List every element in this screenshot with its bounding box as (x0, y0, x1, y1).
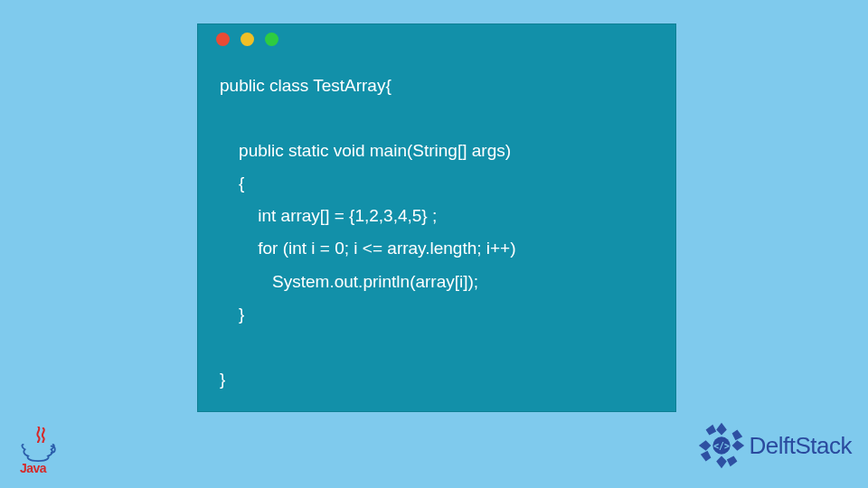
java-steam-icon (32, 427, 52, 443)
delftstack-logo-text: DelftStack (750, 432, 853, 460)
java-cup-icon (20, 443, 58, 463)
java-logo: Java (20, 427, 63, 475)
java-logo-text: Java (20, 461, 63, 475)
maximize-icon (265, 33, 278, 46)
delftstack-logo: </> DelftStack (695, 419, 853, 472)
delftstack-badge-icon: </> (695, 419, 748, 472)
code-window: public class TestArray{ public static vo… (197, 23, 676, 412)
code-block: public class TestArray{ public static vo… (198, 53, 675, 396)
close-icon (216, 33, 230, 46)
window-titlebar (198, 24, 675, 53)
minimize-icon (241, 33, 254, 46)
svg-text:</>: </> (713, 441, 730, 451)
